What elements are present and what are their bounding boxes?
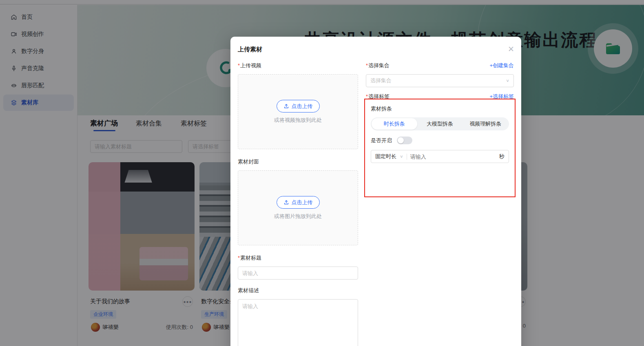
- collection-select[interactable]: 选择集合 ∨: [366, 74, 514, 87]
- modal-title: 上传素材: [238, 46, 262, 53]
- split-tab-large-model[interactable]: 大模型拆条: [417, 118, 463, 130]
- collection-select-placeholder: 选择集合: [370, 77, 506, 84]
- duration-input-group: 固定时长 ∨ 秒: [371, 150, 509, 163]
- cover-label: 素材封面: [238, 158, 358, 165]
- upload-icon: [283, 200, 289, 205]
- close-icon[interactable]: ✕: [506, 44, 516, 54]
- upload-cover-button[interactable]: 点击上传: [277, 196, 320, 209]
- modal-right-column: *选择集合 +创建集合 选择集合 ∨ *选择标签 +选择标签: [366, 62, 514, 100]
- video-drop-hint: 或将视频拖放到此处: [274, 117, 322, 124]
- page: 首页 视频创作 数字分身 声音克隆 唇形匹配 素材库 共享设计源文件，规范创意输…: [0, 0, 644, 346]
- upload-material-modal: 上传素材 ✕ *上传视频 点击上传 或将视频拖放到此处 素材封面 点击上传 或将…: [230, 37, 521, 346]
- material-title-label: *素材标题: [238, 254, 358, 262]
- material-split-section: 素材拆条 时长拆条 大模型拆条 视频理解拆条 是否开启 固定时长 ∨ 秒: [364, 99, 516, 197]
- duration-value-input[interactable]: [410, 154, 496, 160]
- video-dropzone[interactable]: 点击上传 或将视频拖放到此处: [238, 74, 358, 149]
- split-mode-segmented-control: 时长拆条 大模型拆条 视频理解拆条: [371, 117, 509, 130]
- upload-icon: [283, 104, 289, 109]
- split-tab-duration[interactable]: 时长拆条: [372, 118, 417, 130]
- split-section-label: 素材拆条: [371, 105, 509, 112]
- modal-left-column: *上传视频 点击上传 或将视频拖放到此处 素材封面 点击上传 或将图片拖放到此处…: [238, 62, 358, 346]
- create-collection-link[interactable]: +创建集合: [489, 62, 514, 69]
- material-desc-label: 素材描述: [238, 287, 358, 294]
- duration-unit: 秒: [499, 153, 505, 160]
- image-drop-hint: 或将图片拖放到此处: [274, 213, 322, 220]
- enable-toggle[interactable]: [397, 137, 412, 144]
- material-title-input[interactable]: [238, 267, 358, 280]
- cover-dropzone[interactable]: 点击上传 或将图片拖放到此处: [238, 170, 358, 245]
- divider: [407, 154, 407, 160]
- upload-video-label: *上传视频: [238, 62, 358, 69]
- material-desc-textarea[interactable]: [238, 299, 358, 346]
- enable-toggle-label: 是否开启: [371, 137, 392, 144]
- chevron-down-icon: ∨: [506, 78, 509, 83]
- split-tab-video-understanding[interactable]: 视频理解拆条: [463, 118, 508, 130]
- duration-mode-select[interactable]: 固定时长: [375, 153, 396, 160]
- upload-video-button[interactable]: 点击上传: [277, 100, 320, 112]
- toggle-knob: [398, 137, 404, 143]
- collection-label: *选择集合: [366, 62, 389, 69]
- chevron-down-icon: ∨: [400, 154, 403, 159]
